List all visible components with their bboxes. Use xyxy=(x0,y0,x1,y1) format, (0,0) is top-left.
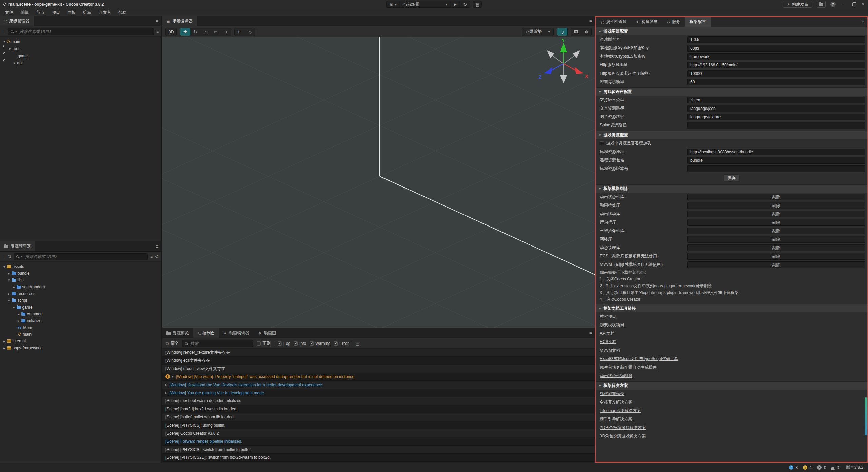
field-input-http-server[interactable] xyxy=(687,62,865,68)
remove-network-button[interactable]: 剔除 xyxy=(687,236,865,243)
menu-extension[interactable]: 扩展 xyxy=(79,9,95,15)
help-button[interactable] xyxy=(830,2,836,7)
field-input-fps[interactable] xyxy=(687,79,865,85)
info-count-icon[interactable] xyxy=(789,465,793,470)
log-row[interactable]: [Scene] [bullet]:bullet wasm lib loaded. xyxy=(162,413,595,421)
log-row[interactable]: [Scene] [PHYSICS2D]: switch from box2d-w… xyxy=(162,454,595,462)
snap-settings-button[interactable] xyxy=(235,28,245,36)
rotate-tool-button[interactable] xyxy=(190,28,200,36)
link-hotupdate-plugin[interactable]: 原生包热更新配置自动生成插件 xyxy=(600,365,657,370)
field-input-spine-path[interactable] xyxy=(687,122,865,129)
asset-item-game[interactable]: game xyxy=(0,304,161,311)
asset-item-seedrandom[interactable]: seedrandom xyxy=(0,283,161,290)
field-input-remote-bundle[interactable] xyxy=(687,157,865,164)
expand-caret-icon[interactable] xyxy=(172,375,174,378)
log-row-info[interactable]: [Window] Download the Vue Devtools exten… xyxy=(162,381,595,389)
rect-tool-button[interactable] xyxy=(211,28,221,36)
remove-behavior-button[interactable]: 剔除 xyxy=(687,219,865,226)
menu-edit[interactable]: 编辑 xyxy=(17,9,33,15)
preview-target-dropdown[interactable] xyxy=(387,1,400,7)
field-input-text-path[interactable] xyxy=(687,105,865,112)
link-3d-rpg-solution[interactable]: 3D角色扮演游戏解决方案 xyxy=(600,433,646,439)
hierarchy-search-field[interactable] xyxy=(19,29,151,34)
gizmo-settings-button[interactable] xyxy=(245,28,255,36)
filter-info-checkbox[interactable]: Info xyxy=(294,341,306,346)
section-resource-config[interactable]: 游戏资源配置 xyxy=(596,131,867,139)
link-guide-solution[interactable]: 新手引导解决方案 xyxy=(600,416,632,422)
asset-item-main-scene[interactable]: main xyxy=(0,331,161,338)
assets-search-input[interactable] xyxy=(14,253,148,260)
menu-help[interactable]: 帮助 xyxy=(115,9,130,15)
tab-scene-editor[interactable]: 场景编辑器 xyxy=(162,16,197,26)
inspector-panel-menu-icon[interactable] xyxy=(862,20,864,24)
filter-icon[interactable] xyxy=(156,29,159,34)
menu-node[interactable]: 节点 xyxy=(33,9,48,15)
remove-texture-button[interactable]: 剔除 xyxy=(687,244,865,251)
link-mvvm-docs[interactable]: MVVM文档 xyxy=(600,348,620,353)
asset-item-libs[interactable]: libs xyxy=(0,277,161,283)
field-input-crypto-iv[interactable] xyxy=(687,53,865,60)
reload-button[interactable] xyxy=(460,1,470,7)
menu-project[interactable]: 项目 xyxy=(48,9,64,15)
hierarchy-node-game[interactable]: game xyxy=(0,52,161,59)
log-row[interactable]: [Window] render_texture文件夹存在 xyxy=(162,349,595,357)
field-input-remote-url[interactable] xyxy=(687,149,865,155)
minimize-button[interactable] xyxy=(843,3,846,6)
link-tiledmap-solution[interactable]: Tiledmap地图解决方案 xyxy=(600,408,641,414)
view-settings-button[interactable] xyxy=(581,28,591,36)
log-row-warning[interactable]: [Window] [Vue warn]: Property "onInput" … xyxy=(162,373,595,381)
open-folder-button[interactable] xyxy=(817,1,826,8)
scene-viewport[interactable]: Y X Z xyxy=(162,37,595,328)
asset-item-resources[interactable]: resources xyxy=(0,290,161,297)
save-button[interactable]: 保存 xyxy=(724,174,740,182)
3d-mode-button[interactable]: 3D xyxy=(166,28,176,36)
tab-asset-preview[interactable]: 资源预览 xyxy=(162,328,193,338)
remote-load-checkbox[interactable] xyxy=(600,141,604,145)
scrollbar-thumb[interactable] xyxy=(865,397,867,435)
tab-services[interactable]: 服务 xyxy=(663,17,685,27)
console-search-field[interactable] xyxy=(190,341,251,346)
filter-icon[interactable] xyxy=(150,255,153,259)
add-node-button[interactable] xyxy=(3,29,5,34)
regex-checkbox[interactable]: 正则 xyxy=(257,340,271,346)
log-row-info[interactable]: [Scene] Forward render pipeline initiali… xyxy=(162,437,595,446)
close-button[interactable] xyxy=(862,2,865,7)
sort-icon[interactable] xyxy=(8,255,11,259)
clear-console-button[interactable]: 清空 xyxy=(165,340,179,346)
tab-framework-config[interactable]: 框架配置 xyxy=(685,17,711,27)
tab-console[interactable]: 控制台 xyxy=(193,328,219,338)
camera-settings-button[interactable] xyxy=(571,28,581,36)
anchor-tool-button[interactable] xyxy=(221,28,231,36)
link-fullstack-solution[interactable]: 全栈开发解决方案 xyxy=(600,399,632,405)
asset-item-assets[interactable]: assets xyxy=(0,263,161,270)
restore-button[interactable] xyxy=(852,3,855,6)
tab-animation-graph[interactable]: 动画图 xyxy=(254,328,280,338)
remove-camera-button[interactable]: 剔除 xyxy=(687,228,865,234)
expand-caret-icon[interactable] xyxy=(165,391,167,395)
section-doc-links[interactable]: 框架文档工具链接 xyxy=(596,304,867,312)
log-file-icon[interactable] xyxy=(356,341,359,346)
tab-assets[interactable]: 资源管理器 xyxy=(0,241,35,251)
link-tutorial-project[interactable]: 教程项目 xyxy=(600,314,616,319)
log-row[interactable]: [Window] model_view文件夹存在 xyxy=(162,365,595,373)
log-row[interactable]: [Window] ecs文件夹存在 xyxy=(162,357,595,365)
add-asset-button[interactable] xyxy=(3,254,5,259)
section-game-base-config[interactable]: 游戏基础配置 xyxy=(596,27,867,35)
asset-item-bundle[interactable]: bundle xyxy=(0,270,161,277)
menu-panel[interactable]: 面板 xyxy=(64,9,79,15)
scale-tool-button[interactable] xyxy=(200,28,211,36)
build-publish-button[interactable]: 构建发布 xyxy=(783,1,812,8)
log-row-info[interactable]: [Window] You are running Vue in developm… xyxy=(162,389,595,397)
field-input-crypto-key[interactable] xyxy=(687,45,865,52)
hierarchy-search-input[interactable] xyxy=(8,28,154,35)
expand-caret-icon[interactable] xyxy=(165,383,167,387)
link-excel-tool[interactable]: Excel格式转Json文件与TypeScript代码工具 xyxy=(600,356,678,362)
asset-item-internal[interactable]: internal xyxy=(0,338,161,345)
field-input-http-timeout[interactable] xyxy=(687,70,865,77)
asset-item-initialize[interactable]: initialize xyxy=(0,317,161,324)
filter-error-checkbox[interactable]: Error xyxy=(334,341,349,346)
remove-effect-button[interactable]: 剔除 xyxy=(687,202,865,209)
remove-mvvm-button[interactable]: 剔除 xyxy=(687,261,865,268)
remove-ecs-button[interactable]: 剔除 xyxy=(687,253,865,260)
link-animator-editor[interactable]: 动画状态机编辑器 xyxy=(600,373,632,379)
